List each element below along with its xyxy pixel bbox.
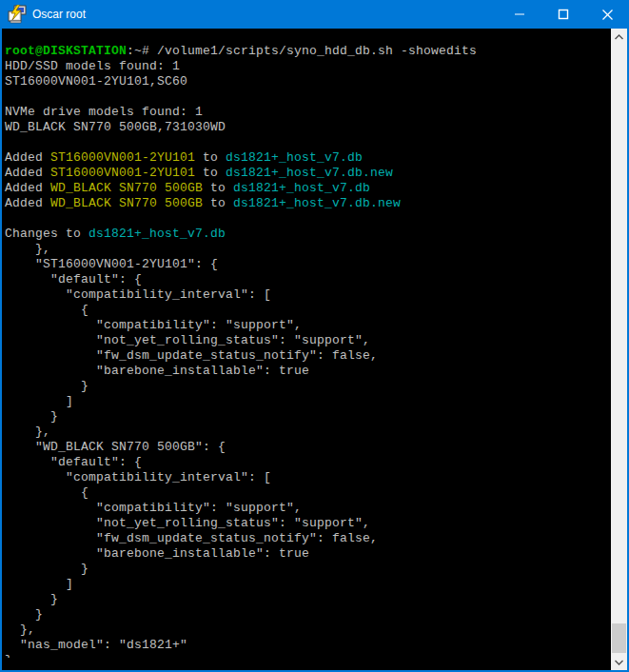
- terminal-text-segment: },: [5, 623, 35, 637]
- terminal-text-segment: "not_yet_rolling_status": "support",: [5, 516, 370, 530]
- terminal-line: "barebone_installable": true: [5, 364, 611, 379]
- terminal-text-segment: "compatibility_interval": [: [5, 470, 271, 484]
- terminal-text-segment: {: [5, 303, 88, 317]
- terminal-text-segment: "compatibility": "support",: [5, 501, 302, 515]
- terminal-line: "compatibility_interval": [: [5, 470, 611, 485]
- minimize-button[interactable]: [498, 0, 541, 29]
- terminal-text-segment: WD_BLACK SN770 500GB: [50, 196, 203, 210]
- terminal-text-segment: ]: [5, 394, 73, 408]
- terminal-line: }: [5, 409, 611, 425]
- terminal-text-segment: "fw_dsm_update_status_notify": false,: [5, 531, 378, 545]
- scrollbar-track[interactable]: [611, 45, 627, 623]
- terminal-text-segment: ds1821+_host_v7.db.new: [226, 166, 393, 180]
- minimize-icon: [514, 9, 525, 20]
- terminal-text-segment: Changes to: [5, 227, 88, 241]
- terminal-text-segment: {: [5, 485, 88, 500]
- terminal-line: {: [5, 485, 611, 501]
- terminal-line: }: [5, 592, 611, 607]
- terminal-text-segment: "not_yet_rolling_status": "support",: [5, 333, 370, 347]
- terminal-line: "not_yet_rolling_status": "support",: [5, 516, 611, 531]
- terminal-text-segment: to: [203, 196, 233, 210]
- terminal-text-segment: Added: [5, 150, 50, 165]
- terminal-line: Added WD_BLACK SN770 500GB to ds1821+_ho…: [5, 181, 611, 196]
- title-bar[interactable]: Oscar root: [0, 0, 629, 29]
- terminal-line: "WD_BLACK SN770 500GB": {: [5, 440, 611, 455]
- terminal-text-segment: root@DISKSTATION: [5, 44, 127, 58]
- chevron-down-icon: [615, 660, 623, 665]
- terminal-text-segment: ds1821+_host_v7.db: [88, 227, 226, 241]
- terminal-text-segment: }: [5, 592, 58, 606]
- terminal-line: WD_BLACK SN770 500GB,731030WD: [5, 120, 611, 135]
- terminal-line: "compatibility_interval": [: [5, 287, 611, 303]
- terminal-line: },: [5, 425, 611, 440]
- terminal-text-segment: },: [5, 242, 50, 256]
- window-title: Oscar root: [32, 0, 498, 29]
- terminal-text-segment: "WD_BLACK SN770 500GB": {: [5, 440, 226, 454]
- terminal-line: "nas_model": "ds1821+": [5, 638, 611, 653]
- terminal-text-segment: }: [5, 607, 43, 622]
- terminal-line: },: [5, 623, 611, 638]
- terminal-text-segment: Added: [5, 196, 50, 210]
- terminal-line: [5, 89, 611, 105]
- terminal-line: "not_yet_rolling_status": "support",: [5, 333, 611, 348]
- maximize-icon: [558, 9, 569, 20]
- terminal-text-segment: to: [195, 150, 226, 165]
- terminal-text-segment: "default": {: [5, 272, 142, 287]
- terminal-line: [5, 211, 611, 227]
- terminal-text-segment: }: [5, 562, 88, 576]
- terminal-text-segment: Added: [5, 181, 50, 195]
- terminal-text-segment: WD_BLACK SN770 500GB: [50, 181, 203, 195]
- terminal-line: ]: [5, 394, 611, 409]
- scroll-up-button[interactable]: [611, 29, 627, 45]
- terminal-line: ]: [5, 577, 611, 592]
- terminal-text-segment: }: [5, 409, 58, 424]
- terminal-line: {: [5, 303, 611, 318]
- terminal-line: }: [5, 379, 611, 394]
- terminal-line: ST16000VN001-2YU101,SC60: [5, 74, 611, 89]
- terminal-text-segment: }: [5, 379, 88, 393]
- maximize-button[interactable]: [541, 0, 585, 29]
- close-icon: [601, 9, 614, 21]
- terminal-line: Added ST16000VN001-2YU101 to ds1821+_hos…: [5, 166, 611, 181]
- terminal-text-segment: "compatibility_interval": [: [5, 287, 271, 302]
- terminal-text-segment: WD_BLACK SN770 500GB,731030WD: [5, 120, 226, 134]
- terminal-text-segment: to: [195, 166, 226, 180]
- terminal-line: Added ST16000VN001-2YU101 to ds1821+_hos…: [5, 150, 611, 166]
- terminal-text-segment: NVMe drive models found: 1: [5, 105, 203, 119]
- terminal-line: HDD/SSD models found: 1: [5, 59, 611, 74]
- chevron-up-icon: [615, 34, 623, 40]
- terminal-text-segment: Added: [5, 166, 50, 180]
- terminal-line: },: [5, 242, 611, 257]
- terminal-line: }: [5, 653, 611, 658]
- terminal-text-segment: "barebone_installable": true: [5, 364, 309, 378]
- scroll-down-button[interactable]: [611, 654, 627, 670]
- window-body: root@DISKSTATION:~# /volume1/scripts/syn…: [2, 29, 627, 670]
- terminal-line: "fw_dsm_update_status_notify": false,: [5, 348, 611, 364]
- terminal-line: "compatibility": "support",: [5, 501, 611, 516]
- terminal-text-segment: "fw_dsm_update_status_notify": false,: [5, 348, 378, 363]
- putty-window: Oscar root root@DISKSTATION:~# /volu: [0, 0, 629, 672]
- terminal-line: "default": {: [5, 455, 611, 470]
- terminal-line: NVMe drive models found: 1: [5, 105, 611, 120]
- scrollbar[interactable]: [611, 29, 627, 670]
- terminal-text-segment: ST16000VN001-2YU101,SC60: [5, 74, 187, 89]
- terminal-text-segment: ]: [5, 577, 73, 591]
- terminal-text-segment: "ST16000VN001-2YU101": {: [5, 257, 218, 271]
- terminal-line: }: [5, 607, 611, 623]
- terminal-text-segment: }: [5, 653, 12, 658]
- terminal-text-segment: ds1821+_host_v7.db: [233, 181, 370, 195]
- terminal-text-segment: "default": {: [5, 455, 142, 469]
- terminal-output[interactable]: root@DISKSTATION:~# /volume1/scripts/syn…: [2, 41, 611, 658]
- terminal-text-segment: "compatibility": "support",: [5, 318, 302, 332]
- terminal-text-segment: to: [203, 181, 233, 195]
- terminal-text-segment: ds1821+_host_v7.db: [226, 150, 363, 165]
- terminal-text-segment: "barebone_installable": true: [5, 546, 309, 561]
- close-button[interactable]: [585, 0, 629, 29]
- putty-app-icon[interactable]: [8, 5, 27, 24]
- terminal-line: "fw_dsm_update_status_notify": false,: [5, 531, 611, 546]
- terminal-line: "default": {: [5, 272, 611, 287]
- terminal-text-segment: },: [5, 425, 50, 439]
- terminal-line: root@DISKSTATION:~# /volume1/scripts/syn…: [5, 44, 611, 59]
- scrollbar-thumb[interactable]: [612, 623, 626, 653]
- caption-buttons: [498, 0, 629, 29]
